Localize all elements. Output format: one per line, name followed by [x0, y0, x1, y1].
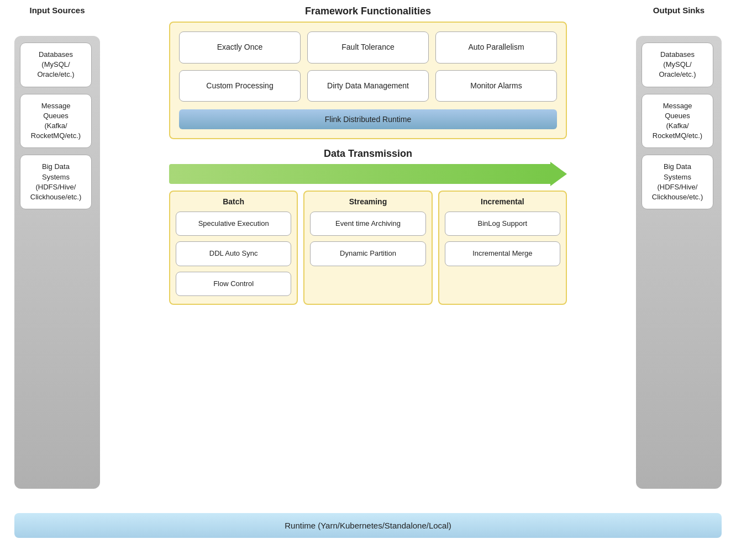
output-sinks-sidebar: Databases(MySQL/Oracle/etc.) MessageQueu…	[636, 36, 722, 489]
arrow-container	[169, 164, 567, 184]
input-sources-column: Input Sources Databases(MySQL/Oracle/etc…	[14, 6, 100, 489]
framework-exactly-once: Exactly Once	[179, 31, 301, 64]
streaming-title: Streaming	[310, 197, 425, 206]
transmission-section: Data Transmission Batch Speculative Exec…	[169, 148, 567, 305]
transmission-title: Data Transmission	[169, 148, 567, 160]
transmission-arrow	[169, 164, 567, 184]
incremental-title: Incremental	[445, 197, 560, 206]
incremental-items: BinLog Support Incremental Merge	[445, 212, 560, 266]
input-sources-sidebar: Databases(MySQL/Oracle/etc.) MessageQueu…	[14, 36, 100, 489]
framework-grid: Exactly Once Fault Tolerance Auto Parall…	[179, 31, 557, 102]
batch-items: Speculative Execution DDL Auto Sync Flow…	[176, 212, 291, 296]
center-area: Framework Functionalities Exactly Once F…	[106, 6, 630, 305]
batch-flow-control: Flow Control	[176, 272, 291, 296]
framework-dirty-data: Dirty Data Management	[307, 70, 429, 102]
framework-box: Exactly Once Fault Tolerance Auto Parall…	[169, 22, 567, 139]
framework-auto-parallelism: Auto Parallelism	[435, 31, 557, 64]
streaming-event-time: Event time Archiving	[310, 212, 425, 236]
input-big-data: Big DataSystems(HDFS/Hive/Clickhouse/etc…	[20, 155, 92, 209]
input-databases: Databases(MySQL/Oracle/etc.)	[20, 43, 92, 87]
incremental-panel: Incremental BinLog Support Incremental M…	[438, 191, 567, 305]
runtime-bar: Runtime (Yarn/Kubernetes/Standalone/Loca…	[14, 513, 722, 538]
batch-title: Batch	[176, 197, 291, 206]
batch-speculative-execution: Speculative Execution	[176, 212, 291, 236]
incremental-merge: Incremental Merge	[445, 241, 560, 266]
output-sinks-title: Output Sinks	[653, 6, 705, 15]
framework-fault-tolerance: Fault Tolerance	[307, 31, 429, 64]
input-sources-title: Input Sources	[29, 6, 85, 15]
output-message-queues: MessageQueues(Kafka/RocketMQ/etc.)	[642, 94, 713, 149]
output-big-data: Big DataSystems(HDFS/Hive/Clickhouse/etc…	[642, 155, 713, 209]
streaming-panel: Streaming Event time Archiving Dynamic P…	[303, 191, 432, 305]
batch-panel: Batch Speculative Execution DDL Auto Syn…	[169, 191, 298, 305]
output-databases: Databases(MySQL/Oracle/etc.)	[642, 43, 713, 87]
top-section: Input Sources Databases(MySQL/Oracle/etc…	[14, 6, 722, 506]
bottom-panels: Batch Speculative Execution DDL Auto Syn…	[169, 191, 567, 305]
framework-custom-processing: Custom Processing	[179, 70, 301, 102]
batch-ddl-auto-sync: DDL Auto Sync	[176, 241, 291, 266]
main-container: Input Sources Databases(MySQL/Oracle/etc…	[14, 6, 722, 541]
flink-bar: Flink Distributed Runtime	[179, 109, 557, 129]
incremental-binlog: BinLog Support	[445, 212, 560, 236]
input-message-queues: MessageQueues(Kafka/RocketMQ/etc.)	[20, 94, 92, 149]
streaming-dynamic-partition: Dynamic Partition	[310, 241, 425, 266]
arrow-body	[169, 164, 550, 184]
streaming-items: Event time Archiving Dynamic Partition	[310, 212, 425, 266]
output-sinks-column: Output Sinks Databases(MySQL/Oracle/etc.…	[636, 6, 722, 489]
framework-title: Framework Functionalities	[305, 6, 431, 17]
arrow-head	[550, 162, 567, 186]
framework-monitor-alarms: Monitor Alarms	[435, 70, 557, 102]
